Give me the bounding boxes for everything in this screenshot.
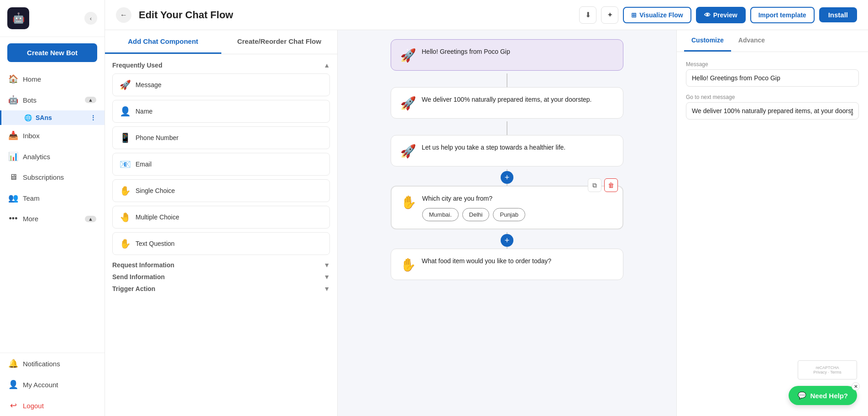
connector-line: [507, 121, 507, 135]
sidebar-item-label: Logout: [23, 402, 96, 410]
sidebar-item-team[interactable]: 👥 Team: [0, 187, 105, 208]
bots-icon: 🤖: [8, 95, 18, 105]
home-icon: 🏠: [8, 74, 18, 84]
delete-node-button[interactable]: 🗑: [604, 178, 618, 192]
request-info-section-header[interactable]: Request Information ▼: [112, 261, 330, 269]
choice-question-area: Which city are you from? Mumbai. Delhi P…: [422, 194, 613, 221]
help-button[interactable]: 💬 Need Help? ✕: [789, 386, 857, 405]
component-item-phone[interactable]: 📱 Phone Number: [112, 126, 330, 149]
message-icon: 🚀: [119, 79, 131, 90]
component-item-multiple-choice[interactable]: 🤚 Multiple Choice: [112, 206, 330, 229]
chat-node-1[interactable]: 🚀 Hello! Greetings from Poco Gip: [391, 39, 623, 71]
message-input[interactable]: [686, 69, 859, 87]
choice-punjab[interactable]: Punjab: [493, 208, 525, 221]
help-close-button[interactable]: ✕: [852, 382, 860, 390]
frequently-used-section-header[interactable]: Frequently Used ▲: [112, 62, 330, 69]
component-item-message[interactable]: 🚀 Message: [112, 73, 330, 96]
choice-mumbai[interactable]: Mumbai.: [422, 208, 459, 221]
visualize-flow-button[interactable]: ⊞ Visualize Flow: [623, 7, 691, 23]
bot-avatar-icon: 🚀: [400, 96, 416, 111]
sidebar-item-subscriptions[interactable]: 🖥 Subscriptions: [0, 167, 105, 187]
tab-create-reorder[interactable]: Create/Reorder Chat Flow: [221, 30, 338, 54]
request-info-label: Request Information: [112, 261, 174, 269]
back-button[interactable]: ←: [116, 7, 131, 23]
right-panel-tabs: Customize Advance: [677, 30, 868, 52]
sidebar-item-more[interactable]: ••• More ▲: [0, 208, 105, 229]
logout-icon: ↩: [8, 400, 18, 411]
sidebar-bottom: 🔔 Notifications 👤 My Account ↩ Logout: [0, 353, 105, 416]
component-label: Name: [136, 108, 152, 115]
component-label: Message: [136, 81, 162, 88]
sidebar-item-label: Analytics: [23, 153, 96, 161]
chat-node-3[interactable]: 🚀 Let us help you take a step towards a …: [391, 135, 623, 166]
logo-icon: 🤖: [7, 7, 29, 29]
sidebar-item-my-account[interactable]: 👤 My Account: [0, 374, 105, 395]
sidebar-item-label: Subscriptions: [23, 173, 96, 181]
connector-1: [507, 73, 507, 87]
choice-delhi[interactable]: Delhi: [462, 208, 490, 221]
sidebar-item-label: Notifications: [23, 360, 96, 368]
email-icon: 📧: [119, 159, 131, 170]
next-message-select[interactable]: We deliver 100% naturally prepared items…: [686, 102, 859, 120]
component-item-name[interactable]: 👤 Name: [112, 100, 330, 123]
more-icon: •••: [8, 214, 18, 224]
notifications-icon: 🔔: [8, 359, 18, 369]
sidebar-item-notifications[interactable]: 🔔 Notifications: [0, 353, 105, 374]
connector-line: [507, 73, 507, 87]
trigger-action-section-header[interactable]: Trigger Action ▼: [112, 285, 330, 292]
name-icon: 👤: [119, 106, 131, 117]
component-item-email[interactable]: 📧 Email: [112, 153, 330, 176]
share-button[interactable]: ✦: [601, 6, 618, 24]
chat-message-text: We deliver 100% naturally prepared items…: [422, 95, 614, 104]
nav-section: 🏠 Home 🤖 Bots ▲ 🌐 SAns ⋮ 📥 Inbox 📊 Analy…: [0, 68, 105, 353]
collapse-sidebar-button[interactable]: ‹: [84, 12, 97, 25]
section-expand-icon: ▼: [324, 273, 330, 281]
chevron-up-icon: ▲: [85, 97, 96, 103]
component-label: Single Choice: [136, 187, 175, 194]
download-button[interactable]: ⬇: [579, 6, 596, 24]
tab-add-chat-component[interactable]: Add Chat Component: [105, 30, 221, 54]
chat-node-4[interactable]: ⧉ 🗑 ✋ Which city are you from? Mumbai. D…: [391, 186, 623, 229]
components-panel: Frequently Used ▲ 🚀 Message 👤 Name 📱 Pho…: [105, 54, 337, 416]
add-node-button[interactable]: +: [501, 171, 513, 184]
chat-node-5[interactable]: ✋ What food item would you like to order…: [391, 249, 623, 280]
text-question-icon: ✋: [119, 238, 131, 249]
import-template-button[interactable]: Import template: [750, 7, 815, 23]
sidebar-item-logout[interactable]: ↩ Logout: [0, 395, 105, 416]
tab-advance[interactable]: Advance: [731, 30, 772, 52]
more-options-icon[interactable]: ⋮: [90, 114, 96, 121]
install-button[interactable]: Install: [819, 7, 857, 22]
recaptcha-text: reCAPTCHAPrivacy · Terms: [803, 365, 852, 374]
chat-message-text: What food item would you like to order t…: [422, 256, 614, 266]
component-item-text-question[interactable]: ✋ Text Question: [112, 232, 330, 255]
analytics-icon: 📊: [8, 151, 18, 161]
component-label: Phone Number: [136, 134, 178, 141]
chevron-up-icon: ▲: [85, 216, 96, 222]
create-new-bot-button[interactable]: Create New Bot: [7, 43, 97, 62]
content-area: Add Chat Component Create/Reorder Chat F…: [105, 30, 868, 416]
page-title: Edit Your Chat Flow: [139, 9, 572, 21]
sidebar-item-inbox[interactable]: 📥 Inbox: [0, 125, 105, 146]
topbar: ← Edit Your Chat Flow ⬇ ✦ ⊞ Visualize Fl…: [105, 0, 868, 30]
message-field-label: Message: [686, 61, 859, 68]
chat-message-text: Which city are you from?: [422, 195, 492, 202]
component-list-frequently-used: 🚀 Message 👤 Name 📱 Phone Number 📧 Email: [112, 73, 330, 255]
inbox-icon: 📥: [8, 130, 18, 140]
component-label: Text Question: [136, 240, 175, 247]
recaptcha-widget: reCAPTCHAPrivacy · Terms: [798, 360, 857, 380]
add-node-button-2[interactable]: +: [501, 234, 513, 247]
sidebar-item-label: Team: [23, 194, 96, 202]
component-item-single-choice[interactable]: ✋ Single Choice: [112, 179, 330, 202]
preview-button[interactable]: 👁 Preview: [696, 7, 746, 23]
sidebar-item-home[interactable]: 🏠 Home: [0, 68, 105, 89]
sidebar: 🤖 ‹ Create New Bot 🏠 Home 🤖 Bots ▲ 🌐 SAn…: [0, 0, 105, 416]
sidebar-item-bots[interactable]: 🤖 Bots ▲: [0, 89, 105, 110]
send-info-section-header[interactable]: Send Information ▼: [112, 273, 330, 281]
chat-node-2[interactable]: 🚀 We deliver 100% naturally prepared ite…: [391, 87, 623, 119]
sidebar-item-analytics[interactable]: 📊 Analytics: [0, 146, 105, 167]
sidebar-item-sans[interactable]: 🌐 SAns ⋮: [0, 110, 105, 125]
section-collapse-icon: ▲: [324, 62, 330, 69]
tab-customize[interactable]: Customize: [684, 30, 731, 52]
chat-message-text: Hello! Greetings from Poco Gip: [422, 47, 614, 57]
copy-node-button[interactable]: ⧉: [588, 178, 601, 192]
